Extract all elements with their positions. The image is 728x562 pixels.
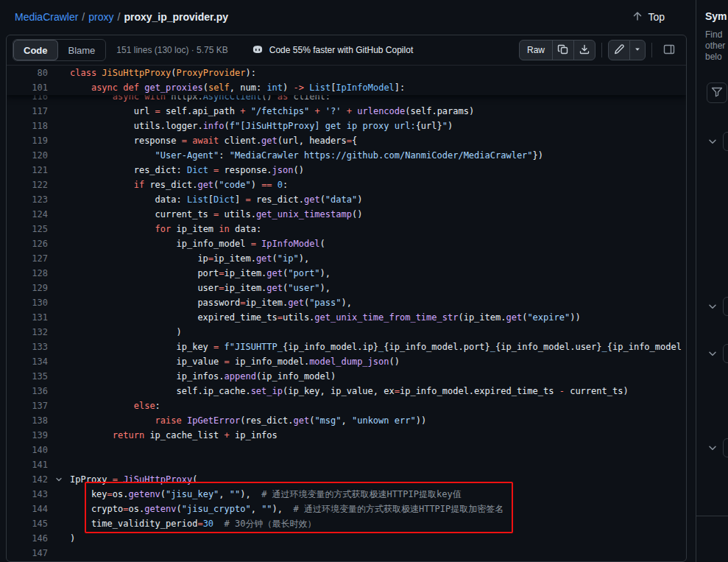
chevron-down-icon[interactable] xyxy=(707,348,718,362)
line-number[interactable]: 80 xyxy=(7,66,48,80)
toolbar-divider xyxy=(651,43,652,57)
download-button[interactable] xyxy=(573,40,596,60)
line-number[interactable]: 124 xyxy=(7,207,48,222)
line-number[interactable]: 128 xyxy=(7,266,48,281)
symbols-panel-toggle-button[interactable] xyxy=(658,40,680,60)
symbols-panel: Sym Find other belo xyxy=(696,0,728,562)
fold-gutter xyxy=(48,133,70,148)
copy-button[interactable] xyxy=(552,40,574,60)
line-number[interactable]: 142 xyxy=(7,472,48,487)
code-line: 122 if res_dict.get("code") == 0: xyxy=(7,178,686,192)
code-text: self.ip_cache.set_ip(ip_key, ip_value, e… xyxy=(70,384,686,398)
fold-gutter xyxy=(48,207,70,222)
line-number[interactable]: 136 xyxy=(7,384,48,398)
code-line: 120 "User-Agent": "MediaCrawler https://… xyxy=(7,148,686,163)
chevron-down-icon[interactable] xyxy=(707,442,718,456)
code-line: 124 current_ts = utils.get_unix_timestam… xyxy=(7,207,686,222)
line-number[interactable]: 133 xyxy=(7,340,48,354)
line-number[interactable]: 135 xyxy=(7,369,48,384)
line-number[interactable]: 137 xyxy=(7,398,48,413)
line-number[interactable]: 119 xyxy=(7,133,48,148)
line-number[interactable]: 147 xyxy=(7,546,48,561)
line-number[interactable]: 125 xyxy=(7,222,48,236)
code-tab[interactable]: Code xyxy=(13,40,58,60)
line-number[interactable]: 117 xyxy=(7,104,48,119)
fold-gutter xyxy=(48,80,70,95)
breadcrumb-bar: MediaCrawler/proxy/proxy_ip_provider.py … xyxy=(0,0,696,34)
code-text: ip_infos.append(ip_info_model) xyxy=(70,369,686,384)
breadcrumb-separator: / xyxy=(117,11,120,23)
line-number[interactable]: 123 xyxy=(7,192,48,207)
fold-gutter xyxy=(48,340,70,354)
fold-chevron-icon[interactable] xyxy=(48,472,70,487)
line-number[interactable]: 129 xyxy=(7,281,48,295)
code-line: 127 ip=ip_item.get("ip"), xyxy=(7,251,686,266)
code-text: IpProxy = JiSuHttpProxy( xyxy=(70,472,686,487)
breadcrumb-folder-link[interactable]: proxy xyxy=(88,11,113,23)
line-number[interactable]: 143 xyxy=(7,487,48,502)
chevron-down-icon[interactable] xyxy=(707,136,718,150)
code-lines: 116 async with httpx.AsyncClient() as cl… xyxy=(7,66,686,561)
line-number[interactable]: 122 xyxy=(7,178,48,192)
line-number[interactable]: 118 xyxy=(7,119,48,133)
line-number[interactable]: 141 xyxy=(7,457,48,472)
line-number[interactable]: 146 xyxy=(7,531,48,546)
code-text: async def get_proxies(self, num: int) ->… xyxy=(70,80,686,95)
line-number[interactable]: 132 xyxy=(7,325,48,340)
code-line: 123 data: List[Dict] = res_dict.get("dat… xyxy=(7,192,686,207)
fold-gutter xyxy=(48,310,70,325)
line-number[interactable]: 121 xyxy=(7,163,48,178)
code-text: crypto=os.getenv("jisu_crypto", ""), # 通… xyxy=(70,502,686,516)
line-number[interactable]: 127 xyxy=(7,251,48,266)
line-number[interactable]: 140 xyxy=(7,443,48,457)
raw-button[interactable]: Raw xyxy=(519,40,553,60)
line-number[interactable]: 130 xyxy=(7,295,48,310)
back-to-top-button[interactable]: Top xyxy=(627,10,669,25)
truncated-pill xyxy=(723,344,728,363)
fold-gutter xyxy=(48,487,70,502)
back-to-top-label: Top xyxy=(648,11,665,23)
code-line: 132 ) xyxy=(7,325,686,340)
copilot-icon xyxy=(252,43,264,57)
fold-gutter xyxy=(48,119,70,133)
line-number[interactable]: 138 xyxy=(7,413,48,428)
breadcrumb-file-name: proxy_ip_provider.py xyxy=(124,11,228,23)
edit-button[interactable] xyxy=(608,40,630,60)
fold-gutter xyxy=(48,443,70,457)
line-number[interactable]: 145 xyxy=(7,516,48,531)
line-number[interactable]: 120 xyxy=(7,148,48,163)
line-number[interactable]: 131 xyxy=(7,310,48,325)
truncated-pill xyxy=(723,297,728,316)
breadcrumb-repo-link[interactable]: MediaCrawler xyxy=(15,11,78,23)
file-stats: 151 lines (130 loc) · 5.75 KB xyxy=(116,45,227,55)
chevron-down-icon[interactable] xyxy=(707,301,718,315)
fold-gutter xyxy=(48,236,70,251)
code-text: raise IpGetError(res_dict.get("msg", "un… xyxy=(70,413,686,428)
edit-dropdown-button[interactable] xyxy=(629,40,646,60)
toolbar-divider xyxy=(601,43,602,57)
fold-gutter xyxy=(48,384,70,398)
code-text: response = await client.get(url, headers… xyxy=(70,133,686,148)
code-text: user=ip_item.get("user"), xyxy=(70,281,686,295)
line-number[interactable]: 134 xyxy=(7,354,48,369)
blame-tab[interactable]: Blame xyxy=(58,40,106,60)
symbols-panel-title: Sym xyxy=(696,0,728,22)
line-number[interactable]: 144 xyxy=(7,502,48,516)
code-text xyxy=(70,546,686,561)
filter-button[interactable] xyxy=(707,82,727,103)
code-text: ip=ip_item.get("ip"), xyxy=(70,251,686,266)
main-column: MediaCrawler/proxy/proxy_ip_provider.py … xyxy=(0,0,696,562)
copilot-promo[interactable]: Code 55% faster with GitHub Copilot xyxy=(247,43,417,58)
line-number[interactable]: 101 xyxy=(7,80,48,95)
code-text: return ip_cache_list + ip_infos xyxy=(70,428,686,443)
line-number[interactable]: 126 xyxy=(7,236,48,251)
line-number[interactable]: 139 xyxy=(7,428,48,443)
fold-gutter xyxy=(48,251,70,266)
pencil-icon xyxy=(613,43,625,57)
symbols-description-line: Find xyxy=(696,29,728,41)
fold-gutter xyxy=(48,413,70,428)
code-line: 145 time_validity_period=30 # 30分钟（最长时效） xyxy=(7,516,686,531)
fold-gutter xyxy=(48,531,70,546)
fold-gutter xyxy=(48,295,70,310)
code-text: if res_dict.get("code") == 0: xyxy=(70,178,686,192)
